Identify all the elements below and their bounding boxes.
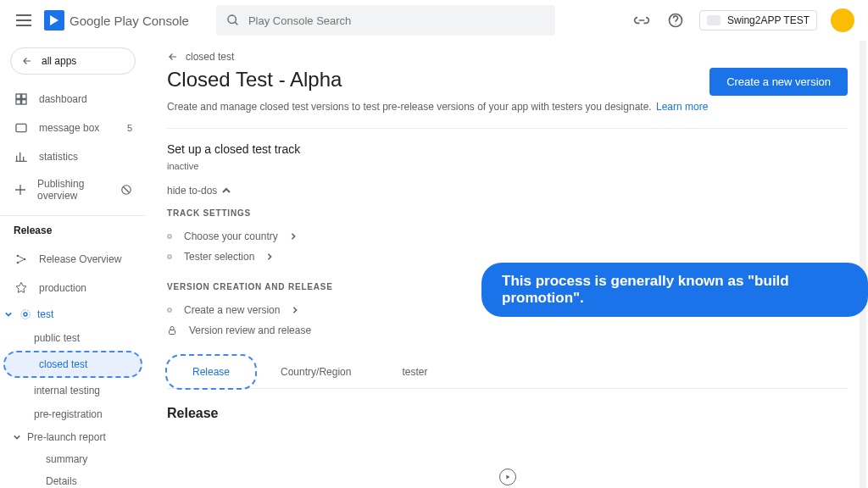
user-name: Swing2APP TEST [727, 14, 810, 26]
product-logo[interactable]: Google Play Console [44, 10, 189, 30]
tab-label: Release [192, 366, 230, 378]
product-name: Google Play Console [70, 14, 189, 28]
breadcrumb[interactable]: closed test [167, 51, 848, 63]
learn-more-link[interactable]: Learn more [656, 101, 708, 113]
track-status: inactive [167, 161, 848, 171]
message-count-badge: 5 [127, 123, 132, 133]
search-icon [226, 14, 240, 27]
callout-bubble: This process is generally known as "buil… [481, 263, 868, 317]
chevron-right-icon [292, 307, 298, 313]
lock-icon [167, 324, 177, 336]
svg-rect-2 [707, 15, 721, 25]
setup-title: Set up a closed test track [167, 142, 848, 156]
tab-country[interactable]: Country/Region [255, 356, 376, 388]
scrollbar[interactable] [860, 41, 866, 488]
circle-icon [167, 254, 172, 259]
overview-icon [14, 252, 29, 267]
sidebar-item-dashboard[interactable]: dashboard [0, 85, 146, 114]
page-title: Closed Test - Alpha [167, 68, 342, 92]
publishing-icon [14, 182, 27, 197]
release-section-header: Release [0, 215, 146, 245]
sidebar-item-prelaunch[interactable]: Pre-launch report [0, 426, 146, 448]
svg-rect-6 [16, 100, 20, 104]
chevron-up-icon [222, 186, 231, 195]
sidebar-item-label: Publishing overview [37, 178, 110, 202]
todo-label: Choose your country [184, 230, 278, 242]
sidebar-item-release-overview[interactable]: Release Overview [0, 245, 146, 274]
sidebar: all apps dashboard message box 5 statist… [0, 41, 146, 488]
arrow-left-icon [21, 55, 33, 67]
svg-point-10 [17, 255, 19, 258]
all-apps-label: all apps [42, 55, 76, 67]
svg-point-3 [837, 14, 849, 27]
sidebar-item-label: test [37, 308, 53, 320]
sidebar-item-summary[interactable]: summary [0, 448, 146, 470]
app-thumb-icon [707, 15, 721, 25]
todo-choose-country[interactable]: Choose your country [167, 226, 848, 247]
inbox-icon [14, 120, 29, 136]
sidebar-item-label: statistics [39, 151, 78, 163]
link-icon[interactable] [632, 10, 652, 30]
arrow-left-icon [167, 51, 179, 63]
sidebar-item-test[interactable]: test [0, 302, 146, 326]
tabs: Release Country/Region tester [167, 356, 848, 389]
svg-rect-5 [22, 94, 26, 98]
search-input[interactable] [248, 14, 545, 27]
todos-toggle[interactable]: hide to-dos [167, 185, 848, 197]
divider [167, 128, 848, 129]
svg-point-12 [24, 258, 26, 261]
todo-label: Tester selection [184, 251, 254, 263]
hamburger-menu-icon[interactable] [14, 10, 34, 30]
chevron-down-icon [5, 311, 14, 318]
svg-rect-16 [170, 330, 175, 335]
play-console-icon [44, 10, 64, 30]
chevron-right-icon [266, 253, 273, 260]
sidebar-item-production[interactable]: production [0, 274, 146, 302]
avatar[interactable] [831, 8, 854, 32]
sidebar-item-pre-registration[interactable]: pre-registration [0, 402, 146, 426]
production-icon [14, 280, 29, 296]
release-heading: Release [167, 406, 848, 421]
app-header: Google Play Console Swing2APP TEST [0, 0, 868, 41]
sidebar-item-publishing-overview[interactable]: Publishing overview [0, 171, 146, 208]
svg-rect-4 [16, 94, 20, 98]
svg-rect-8 [16, 124, 26, 131]
main-content: closed test Closed Test - Alpha Create a… [146, 41, 868, 488]
sidebar-item-statistics[interactable]: statistics [0, 142, 146, 171]
todos-toggle-label: hide to-dos [167, 185, 217, 197]
all-apps-button[interactable]: all apps [10, 47, 136, 75]
svg-point-13 [24, 313, 27, 316]
svg-rect-7 [22, 100, 26, 104]
sidebar-item-label: message box [39, 122, 99, 134]
sidebar-item-label: production [39, 282, 86, 294]
breadcrumb-label: closed test [186, 51, 234, 63]
todo-label: Version review and release [189, 324, 311, 336]
flask-icon [19, 308, 32, 321]
sidebar-item-label: Pre-launch report [27, 431, 106, 443]
tab-release[interactable]: Release [167, 356, 255, 388]
sidebar-item-message-box[interactable]: message box 5 [0, 114, 146, 142]
search-bar[interactable] [216, 5, 555, 36]
svg-point-11 [17, 262, 19, 264]
publishing-disabled-icon [120, 184, 132, 196]
page-description: Create and manage closed test versions t… [167, 101, 848, 113]
chevron-right-icon [290, 233, 297, 240]
sidebar-item-closed-test[interactable]: closed test [3, 351, 142, 378]
circle-icon [167, 308, 172, 313]
tab-tester[interactable]: tester [376, 356, 453, 388]
help-icon[interactable] [665, 10, 686, 30]
stats-icon [14, 149, 29, 164]
header-actions: Swing2APP TEST [632, 8, 854, 32]
sidebar-item-label: Release Overview [39, 253, 121, 265]
sidebar-item-public-test[interactable]: public test [0, 326, 146, 350]
release-empty-state: no version Create a new version [167, 426, 848, 488]
svg-point-0 [228, 15, 236, 23]
dashboard-icon [14, 92, 29, 107]
create-version-button[interactable]: Create a new version [709, 68, 848, 96]
todo-review-release: Version review and release [167, 320, 848, 341]
sidebar-item-label: dashboard [39, 93, 87, 105]
sidebar-item-details[interactable]: Details [0, 470, 146, 488]
sidebar-item-internal-testing[interactable]: internal testing [0, 379, 146, 402]
todo-label: Create a new version [184, 304, 280, 316]
user-badge[interactable]: Swing2APP TEST [699, 10, 817, 30]
